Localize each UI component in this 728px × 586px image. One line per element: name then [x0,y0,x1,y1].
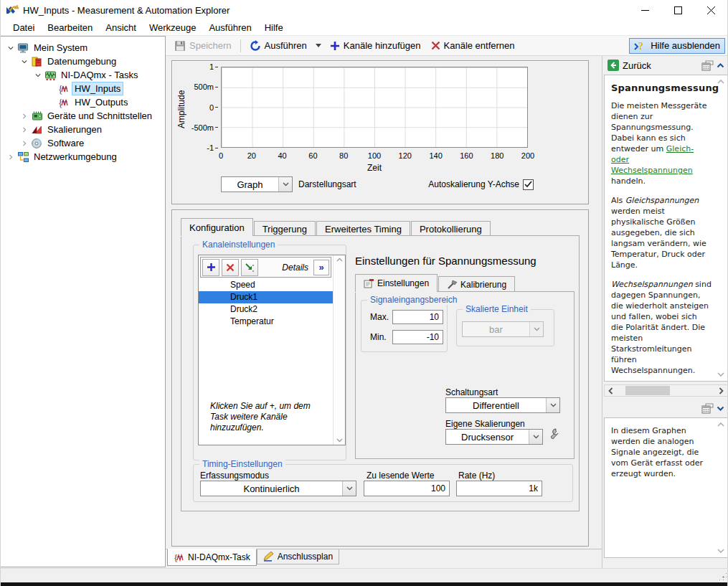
tree-item[interactable]: Netzwerkumgebung [1,150,165,164]
scroll-down-icon[interactable] [336,438,343,443]
resize-grip[interactable] [718,572,727,580]
chevron-down-icon [342,481,356,496]
channel-list-item[interactable]: Druck1 [199,291,333,303]
tree-item-label[interactable]: NI-DAQmx - Tasks [59,69,140,81]
tree-item-label[interactable]: Skalierungen [45,123,104,136]
y-tick-label: 1 [209,62,218,71]
help-horizontal-scrollbar[interactable] [604,384,728,397]
expander-open-icon[interactable] [5,42,16,53]
details-label: Details [282,263,311,273]
rate-input[interactable] [456,481,542,496]
scroll-down-icon[interactable] [717,549,724,554]
tree-item-label[interactable]: Geräte und Schnittstellen [45,110,154,122]
expander-open-icon[interactable] [19,56,29,67]
graph-plot-area[interactable] [221,67,528,148]
close-button[interactable] [694,0,727,20]
system-tree: Mein SystemDatenumgebungNI-DAQmx - Tasks… [1,36,166,567]
scaled-unit-select[interactable]: bar [462,321,544,337]
help-toggle-button[interactable]: ? Hilfe ausblenden [629,38,725,54]
tab-anschlussplan[interactable]: Anschlussplan [257,549,339,564]
channel-list-item[interactable]: Temperatur [199,316,333,328]
scroll-up-icon[interactable] [717,422,724,427]
scroll-up-icon[interactable] [336,257,343,262]
run-button[interactable]: Ausführen [245,37,312,55]
tree-item[interactable]: {HW_Outputs [1,95,165,109]
tree-item-label[interactable]: Datenumgebung [45,55,118,67]
tree-item[interactable]: Geräte und Schnittstellen [1,109,165,123]
scroll-left-icon[interactable] [605,385,617,396]
help-window-icon[interactable] [701,60,714,71]
expander-closed-icon[interactable] [19,110,29,121]
help-topic-pane: Spannungsmessung Die meisten Messgeräte … [604,75,728,382]
tab-nidaqmx-task[interactable]: { NI-DAQmx-Task [167,549,257,566]
scroll-down-icon[interactable] [717,372,724,377]
tree-item-label[interactable]: HW_Outputs [72,96,130,108]
help-back-button[interactable]: Zurück [605,59,653,72]
help-scrollbar[interactable] [715,419,727,557]
help-window-icon[interactable] [701,403,714,414]
scroll-right-icon[interactable] [715,385,727,396]
terminal-config-select[interactable]: Differentiell [445,397,560,413]
remove-channel-button[interactable] [222,259,239,276]
custom-scale-select[interactable]: Drucksensor [445,429,543,445]
menu-item[interactable]: Ansicht [99,21,143,34]
channel-list-item[interactable]: Druck2 [199,303,333,316]
tree-item[interactable]: Mein System [1,41,165,55]
remove-channels-button[interactable]: Kanäle entfernen [426,37,520,55]
tree-item[interactable]: {HW_Inputs [1,82,165,95]
collapse-section-icon[interactable] [717,63,724,68]
tree-item-label[interactable]: HW_Inputs [72,82,123,95]
menu-item[interactable]: Ausführen [202,21,257,34]
samples-to-read-input[interactable] [364,481,450,496]
wrench-icon[interactable] [547,427,560,442]
expander-closed-icon[interactable] [5,151,16,162]
save-button[interactable]: Speichern [169,37,237,55]
channel-list-item[interactable]: Speed [199,279,333,291]
tab-erweitertes-timing[interactable]: Erweitertes Timing [316,221,410,236]
details-expand-button[interactable]: » [313,260,329,275]
tab-label: Einstellungen [377,278,429,288]
tab-kalibrierung[interactable]: Kalibrierung [438,276,515,292]
maximize-button[interactable] [661,0,694,20]
add-channels-button[interactable]: Kanäle hinzufügen [325,37,426,55]
menu-item[interactable]: Datei [6,21,41,34]
expander-open-icon[interactable] [32,70,43,80]
expander-closed-icon[interactable] [19,138,29,148]
tree-item-label[interactable]: Software [45,137,86,149]
menu-item[interactable]: Hilfe [258,21,290,34]
run-dropdown-button[interactable] [312,44,325,47]
tab-triggerung[interactable]: Triggerung [254,221,316,236]
menu-item[interactable]: Bearbeiten [41,21,99,34]
help-paragraph: Die meisten Messgeräte dienen zur Spannu… [611,100,712,186]
menu-item[interactable]: Werkzeuge [143,21,203,34]
display-mode-select[interactable]: Graph [221,176,293,192]
tab-konfiguration[interactable]: Konfiguration [181,218,253,236]
acquisition-mode-label: Erfassungsmodus [200,471,269,481]
autoscale-checkbox[interactable] [523,179,534,190]
tree-item[interactable]: Datenumgebung [1,55,165,68]
scroll-up-icon[interactable] [717,79,724,84]
add-channel-button[interactable] [202,259,219,276]
tree-item[interactable]: Skalierungen [1,123,165,136]
channel-list-scrollbar[interactable] [333,255,345,445]
scrollbar-thumb[interactable] [625,386,670,395]
minimize-button[interactable] [628,0,661,20]
tree-item-label[interactable]: Netzwerkumgebung [32,151,119,163]
max-input[interactable] [392,310,443,324]
title-bar: HW_Inputs - Measurement & Automation Exp… [1,0,727,20]
tree-item-label[interactable]: Mein System [32,42,90,54]
help-scrollbar[interactable] [715,76,727,380]
tree-item[interactable]: Software [1,136,165,150]
expander-spacer [46,83,57,94]
acquisition-mode-select[interactable]: Kontinuierlich [200,481,356,496]
min-input[interactable] [392,330,443,344]
tree-item[interactable]: NI-DAQmx - Tasks [1,68,165,82]
tab-einstellungen[interactable]: Einstellungen [355,274,438,292]
y-tick-label: -1 [207,143,218,152]
y-tick-label: 500m [194,82,218,91]
reassign-channel-button[interactable] [241,259,258,276]
tab-protokollierung[interactable]: Protokollierung [411,221,491,236]
config-tabstrip: KonfigurationTriggerungErweitertes Timin… [181,218,491,236]
expander-closed-icon[interactable] [19,124,29,135]
expand-section-icon[interactable] [717,406,724,411]
